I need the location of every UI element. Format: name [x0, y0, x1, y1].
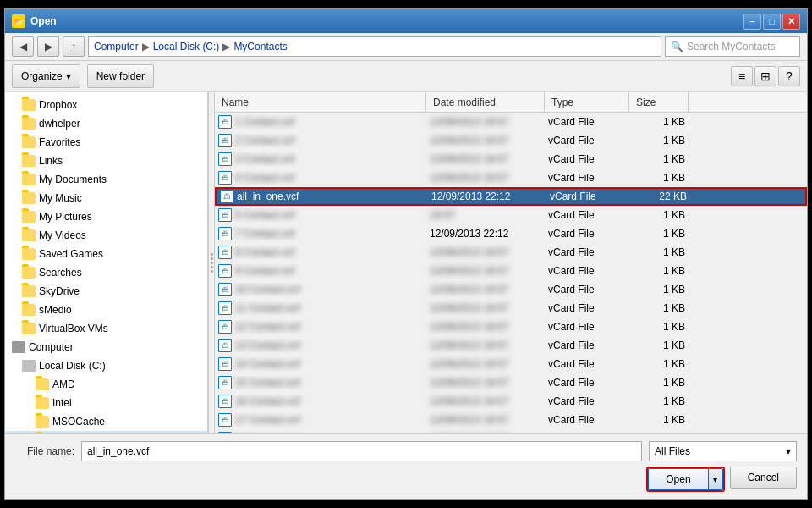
table-row[interactable]: 📇12 Contact.vcf12/09/2013 19:57vCard Fil… [215, 318, 807, 336]
folder-icon [22, 285, 36, 297]
table-row[interactable]: 📇1 Contact.vcf12/09/2013 19:57vCard File… [215, 113, 807, 131]
sidebar-item-saved-games[interactable]: Saved Games [5, 245, 207, 263]
sidebar-item-skydrive[interactable]: SkyDrive [5, 282, 207, 301]
table-row[interactable]: 📇3 Contact.vcf12/09/2013 19:57vCard File… [215, 150, 807, 168]
column-headers: Name Date modified Type Size [215, 92, 807, 113]
sidebar-item-dropbox[interactable]: Dropbox [5, 96, 207, 114]
table-row[interactable]: 📇7 Contact.vcf12/09/2013 22:12vCard File… [215, 224, 807, 243]
help-button[interactable]: ? [778, 66, 800, 86]
file-type: vCard File [550, 190, 634, 202]
table-row[interactable]: 📇17 Contact.vcf12/09/2013 19:57vCard Fil… [215, 411, 807, 429]
sidebar-item-my-music[interactable]: My Music [5, 189, 207, 207]
organize-button[interactable]: Organize ▾ [12, 64, 80, 88]
sidebar-item-dwhelper[interactable]: dwhelper [5, 114, 207, 133]
sidebar-item-links[interactable]: Links [5, 152, 207, 170]
file-name: all_in_one.vcf [237, 190, 299, 202]
view-list-button[interactable]: ⊞ [754, 66, 776, 86]
sidebar-item-msocache[interactable]: MSOCache [5, 412, 207, 431]
cancel-button[interactable]: Cancel [730, 467, 797, 489]
file-name-cell: 📇9 Contact.vcf [218, 264, 430, 278]
drive-icon [22, 360, 36, 372]
file-name-cell: 📇16 Contact.vcf [218, 395, 430, 408]
maximize-button[interactable]: □ [763, 14, 781, 30]
sidebar-item-favorites[interactable]: Favorites [5, 133, 207, 152]
file-size: 1 KB [633, 246, 692, 258]
table-row[interactable]: 📇13 Contact.vcf12/09/2013 19:57vCard Fil… [215, 336, 807, 355]
col-header-type[interactable]: Type [545, 92, 629, 112]
filetype-dropdown[interactable]: All Files ▾ [649, 441, 797, 461]
file-type: vCard File [548, 395, 633, 407]
sidebar-item-my-documents[interactable]: My Documents [5, 170, 207, 189]
sidebar-item-amd[interactable]: AMD [5, 375, 207, 394]
vcf-icon: 📇 [218, 301, 232, 315]
minimize-button[interactable]: – [743, 14, 761, 30]
file-name-cell: 📇15 Contact.vcf [218, 376, 430, 389]
splitter[interactable] [208, 92, 215, 433]
table-row[interactable]: 📇8 Contact.vcf12/09/2013 19:57vCard File… [215, 243, 807, 262]
file-type: vCard File [548, 265, 633, 277]
open-dropdown-button[interactable]: ▾ [708, 468, 723, 490]
col-header-name[interactable]: Name [215, 92, 426, 112]
table-row[interactable]: 📇all_in_one.vcf12/09/2013 22:12vCard Fil… [215, 187, 807, 206]
table-row[interactable]: 📇14 Contact.vcf12/09/2013 19:57vCard Fil… [215, 355, 807, 373]
filename-label: File name: [15, 445, 74, 457]
open-button[interactable]: Open [648, 468, 707, 490]
file-size: 1 KB [633, 228, 692, 240]
file-size: 1 KB [633, 340, 692, 351]
table-row[interactable]: 📇11 Contact.vcf12/09/2013 19:57vCard Fil… [215, 299, 807, 318]
sidebar-item-intel[interactable]: Intel [5, 394, 207, 412]
new-folder-button[interactable]: New folder [87, 64, 154, 88]
close-button[interactable]: ✕ [782, 14, 800, 30]
sidebar-item-local-disk-c[interactable]: Local Disk (C:) [5, 356, 207, 375]
sidebar-item-searches[interactable]: Searches [5, 263, 207, 282]
vcf-icon: 📇 [218, 227, 232, 240]
sidebar-item-my-videos[interactable]: My Videos [5, 226, 207, 245]
dialog-title: Open [30, 15, 743, 27]
file-name: 3 Contact.vcf [235, 153, 294, 165]
folder-icon [22, 136, 36, 148]
folder-icon [22, 155, 36, 167]
sidebar-item-computer[interactable]: Computer [5, 338, 207, 356]
open-button-group: Open ▾ [646, 467, 724, 492]
col-header-date[interactable]: Date modified [426, 92, 545, 112]
table-row[interactable]: 📇16 Contact.vcf12/09/2013 19:57vCard Fil… [215, 392, 807, 411]
table-row[interactable]: 📇2 Contact.vcf12/09/2013 19:57vCard File… [215, 131, 807, 150]
view-details-button[interactable]: ≡ [731, 66, 753, 86]
col-header-size[interactable]: Size [629, 92, 689, 112]
title-bar: 📂 Open – □ ✕ [5, 9, 807, 33]
table-row[interactable]: 📇6 Contact.vcf19:57vCard File1 KB [215, 206, 807, 224]
table-row[interactable]: 📇18 Contact.vcf12/09/2013 19:57vCard Fil… [215, 429, 807, 433]
table-row[interactable]: 📇4 Contact.vcf12/09/2013 19:57vCard File… [215, 168, 807, 187]
vcf-icon: 📇 [218, 134, 232, 147]
file-name: 17 Contact.vcf [235, 414, 300, 426]
search-box[interactable]: 🔍 Search MyContacts [665, 36, 800, 57]
table-row[interactable]: 📇15 Contact.vcf12/09/2013 19:57vCard Fil… [215, 373, 807, 392]
file-size: 1 KB [633, 395, 692, 407]
table-row[interactable]: 📇10 Contact.vcf12/09/2013 19:57vCard Fil… [215, 280, 807, 299]
sidebar-item-my-pictures[interactable]: My Pictures [5, 207, 207, 226]
sidebar-item-smedio[interactable]: sMedio [5, 301, 207, 319]
path-mycontacts[interactable]: MyContacts [233, 41, 287, 52]
file-name: 9 Contact.vcf [235, 265, 294, 277]
back-button[interactable]: ◀ [12, 36, 34, 57]
path-local-disk[interactable]: Local Disk (C:) [153, 41, 220, 52]
sidebar-item-label: sMedio [39, 304, 72, 316]
forward-button[interactable]: ▶ [37, 36, 59, 57]
file-name: 12 Contact.vcf [235, 321, 300, 333]
file-type: vCard File [548, 302, 633, 314]
file-name: 10 Contact.vcf [235, 284, 300, 295]
sidebar-item-label: Dropbox [39, 99, 77, 111]
table-row[interactable]: 📇9 Contact.vcf12/09/2013 19:57vCard File… [215, 262, 807, 280]
address-path[interactable]: Computer ▶ Local Disk (C:) ▶ MyContacts [88, 36, 661, 57]
view-buttons: ≡ ⊞ ? [731, 66, 800, 86]
up-button[interactable]: ↑ [63, 36, 85, 57]
filename-input[interactable] [81, 441, 642, 461]
vcf-icon: 📇 [218, 152, 232, 166]
sidebar-item-virtualbox-vms[interactable]: VirtualBox VMs [5, 319, 207, 338]
file-area: Name Date modified Type Size 📇1 Contact.… [215, 92, 807, 433]
path-computer[interactable]: Computer [94, 41, 139, 52]
search-icon: 🔍 [671, 41, 683, 52]
file-name-cell: 📇13 Contact.vcf [218, 339, 430, 352]
folder-icon [36, 397, 49, 409]
file-name-cell: 📇1 Contact.vcf [218, 115, 430, 129]
